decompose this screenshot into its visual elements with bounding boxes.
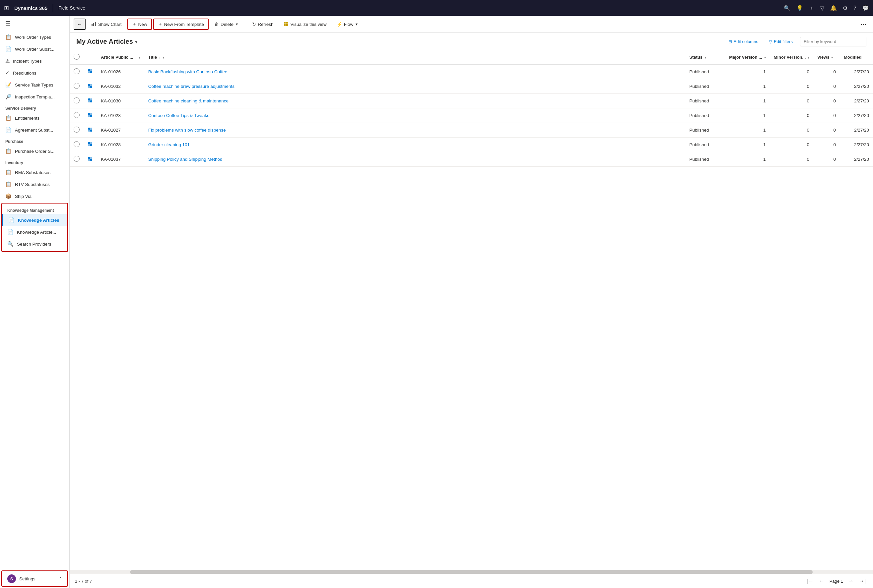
select-all-checkbox[interactable] (74, 54, 80, 60)
back-button[interactable]: ← (74, 18, 86, 30)
sidebar-item-knowledge-article-sub[interactable]: 📄 Knowledge Article... (2, 226, 67, 238)
row-views-5: 0 (813, 138, 840, 152)
sidebar-item-work-order-subst[interactable]: 📄 Work Order Subst... (0, 43, 69, 55)
knowledge-article-sub-icon: 📄 (7, 229, 14, 235)
prev-page-button[interactable]: ← (817, 577, 826, 585)
row-checkbox-5[interactable] (70, 138, 84, 152)
row-title-5[interactable]: Grinder cleaning 101 (144, 138, 685, 152)
row-select-1[interactable] (74, 83, 80, 89)
sidebar-item-rtv-substatuses[interactable]: 📋 RTV Substatuses (0, 178, 69, 190)
toolbar-separator-1 (245, 20, 245, 28)
col-header-modified[interactable]: Modified (840, 50, 873, 64)
col-header-views[interactable]: Views ▾ (813, 50, 840, 64)
row-select-0[interactable] (74, 68, 80, 74)
next-page-button[interactable]: → (846, 577, 856, 585)
row-title-4[interactable]: Fix problems with slow coffee dispense (144, 123, 685, 138)
sidebar-item-entitlements[interactable]: 📋 Entitlements (0, 112, 69, 124)
col-header-title[interactable]: Title ↑ ▾ (144, 50, 685, 64)
row-status-5: Published (685, 138, 725, 152)
col-header-article-public[interactable]: Article Public ... ↕ ▾ (97, 50, 144, 64)
scrollbar-thumb[interactable] (130, 570, 813, 574)
refresh-button[interactable]: ↻ Refresh (248, 19, 278, 29)
svg-rect-32 (90, 157, 92, 159)
row-checkbox-0[interactable] (70, 64, 84, 79)
col-filter-minor[interactable]: ▾ (808, 56, 809, 59)
row-checkbox-3[interactable] (70, 108, 84, 123)
last-page-button[interactable]: →| (857, 577, 868, 585)
col-sort-title[interactable]: ↑ (159, 56, 161, 59)
horizontal-scrollbar[interactable] (70, 570, 873, 574)
settings-icon[interactable]: ⚙ (843, 5, 847, 11)
list-title-chevron[interactable]: ▾ (135, 39, 137, 44)
settings-label: Settings (19, 576, 36, 581)
delete-button[interactable]: 🗑 Delete ▾ (210, 19, 242, 29)
sidebar-item-rma-substatuses[interactable]: 📋 RMA Substatuses (0, 166, 69, 178)
sidebar-item-agreement-subst[interactable]: 📄 Agreement Subst... (0, 124, 69, 136)
settings-expand-icon[interactable]: ⌃ (59, 576, 62, 581)
row-title-3[interactable]: Contoso Coffee Tips & Tweaks (144, 108, 685, 123)
sidebar-item-settings[interactable]: S Settings ⌃ (2, 571, 67, 586)
sidebar-item-resolutions[interactable]: ✓ Resolutions (0, 67, 69, 79)
col-header-status[interactable]: Status ▾ (685, 50, 725, 64)
delete-dropdown-icon[interactable]: ▾ (236, 22, 238, 27)
help-icon[interactable]: ? (853, 5, 856, 11)
sidebar-item-knowledge-articles[interactable]: 📄 Knowledge Articles (2, 214, 67, 226)
col-header-major-version[interactable]: Major Version ... ▾ (725, 50, 769, 64)
row-modified-4: 2/27/20 (840, 123, 873, 138)
row-title-0[interactable]: Basic Backflushing with Contoso Coffee (144, 64, 685, 79)
row-select-6[interactable] (74, 156, 80, 162)
svg-rect-11 (88, 84, 90, 86)
col-filter-views[interactable]: ▾ (831, 56, 833, 59)
incident-types-icon: ⚠ (5, 58, 10, 64)
row-checkbox-4[interactable] (70, 123, 84, 138)
sidebar-item-work-order-types[interactable]: 📋 Work Order Types (0, 31, 69, 43)
svg-rect-22 (90, 115, 92, 117)
chat-icon[interactable]: 💬 (862, 5, 869, 11)
col-filter-status[interactable]: ▾ (705, 56, 706, 59)
grid-icon[interactable]: ⊞ (4, 4, 9, 12)
row-select-5[interactable] (74, 141, 80, 147)
sidebar-item-search-providers[interactable]: 🔍 Search Providers (2, 238, 67, 250)
knowledge-article-row-icon-4 (87, 128, 93, 133)
flow-button[interactable]: ⚡ Flow ▾ (332, 19, 362, 29)
more-options-button[interactable]: ⋯ (858, 18, 869, 30)
row-title-1[interactable]: Coffee machine brew pressure adjustments (144, 79, 685, 94)
svg-rect-3 (284, 22, 285, 24)
notification-icon[interactable]: 🔔 (830, 5, 837, 11)
lightbulb-icon[interactable]: 💡 (796, 5, 803, 11)
row-checkbox-1[interactable] (70, 79, 84, 94)
flow-dropdown-icon[interactable]: ▾ (356, 22, 358, 27)
row-title-2[interactable]: Coffee machine cleaning & maintenance (144, 94, 685, 108)
sidebar-item-inspection-templa[interactable]: 🔎 Inspection Templa... (0, 91, 69, 103)
show-chart-button[interactable]: Show Chart (87, 19, 126, 30)
col-header-minor-version[interactable]: Minor Version... ▾ (770, 50, 813, 64)
new-button[interactable]: ＋ New (128, 18, 152, 30)
edit-filters-button[interactable]: ▽ Edit filters (766, 37, 796, 46)
search-icon[interactable]: 🔍 (784, 5, 790, 11)
row-checkbox-2[interactable] (70, 94, 84, 108)
row-select-2[interactable] (74, 98, 80, 104)
col-sort-article[interactable]: ↕ (135, 56, 137, 59)
sidebar-item-incident-types[interactable]: ⚠ Incident Types (0, 55, 69, 67)
row-modified-3: 2/27/20 (840, 108, 873, 123)
col-filter-major[interactable]: ▾ (764, 56, 766, 59)
add-icon[interactable]: ＋ (809, 4, 814, 12)
col-filter-article[interactable]: ▾ (139, 56, 140, 59)
row-select-4[interactable] (74, 127, 80, 133)
sidebar-item-service-task-types[interactable]: 📝 Service Task Types (0, 79, 69, 91)
sidebar-toggle[interactable]: ☰ (0, 16, 69, 31)
row-icon-4 (84, 123, 97, 138)
edit-columns-button[interactable]: ⊞ Edit columns (725, 37, 762, 46)
filter-by-keyword-input[interactable] (800, 37, 866, 46)
row-select-3[interactable] (74, 112, 80, 118)
visualize-button[interactable]: Visualize this view (279, 19, 331, 30)
col-filter-title[interactable]: ▾ (162, 56, 164, 59)
sidebar-item-purchase-order-s[interactable]: 📋 Purchase Order S... (0, 145, 69, 157)
first-page-button[interactable]: |← (805, 577, 815, 585)
row-checkbox-6[interactable] (70, 152, 84, 167)
new-from-template-button[interactable]: ＋ New From Template (153, 18, 209, 30)
row-title-6[interactable]: Shipping Policy and Shipping Method (144, 152, 685, 167)
filter-icon[interactable]: ▽ (820, 5, 824, 11)
sidebar-item-ship-via[interactable]: 📦 Ship Via (0, 190, 69, 202)
row-minor-version-1: 0 (770, 79, 813, 94)
